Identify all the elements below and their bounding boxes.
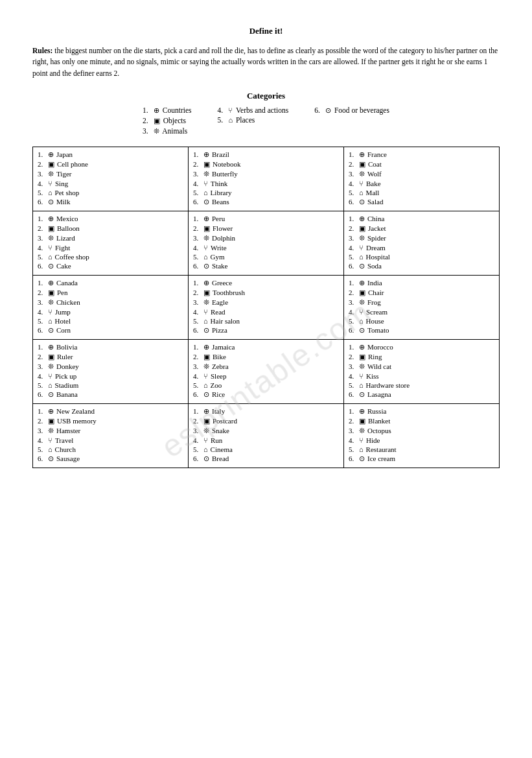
item-text: Cake: [56, 262, 71, 270]
item-text: Mall: [366, 189, 380, 196]
item-text: Salad: [367, 198, 383, 206]
item-number: 2.: [193, 160, 202, 168]
list-item: 5.⌂House: [349, 317, 494, 325]
verb-icon: ⑂: [48, 436, 52, 444]
item-text: Bike: [213, 353, 226, 361]
item-text: India: [367, 279, 382, 287]
item-number: 3.: [349, 234, 358, 242]
item-number: 1.: [38, 279, 47, 287]
list-item: 3.❊Dolphin: [193, 234, 339, 243]
item-text: Notebook: [213, 160, 240, 168]
item-number: 1.: [193, 150, 202, 158]
item-number: 3.: [193, 170, 202, 178]
item-number: 5.: [38, 317, 47, 325]
list-item: 1.⊕China: [349, 215, 494, 223]
globe-icon: ⊕: [203, 150, 209, 159]
food-icon: ⊙: [203, 262, 209, 270]
item-number: 1.: [193, 343, 202, 351]
list-item: 3.❊Hamster: [38, 427, 183, 435]
item-text: Coffee shop: [55, 253, 89, 261]
item-number: 5.: [349, 253, 358, 261]
item-text: Blanket: [368, 417, 390, 425]
animal-icon: ❊: [359, 170, 365, 178]
item-number: 6.: [193, 455, 202, 462]
item-number: 3.: [193, 427, 202, 434]
item-number: 2.: [193, 417, 202, 425]
item-number: 4.: [349, 180, 358, 187]
list-item: 6.⊙Bread: [193, 455, 339, 463]
item-number: 6.: [38, 198, 47, 206]
list-item: 3.❊Zebra: [193, 362, 339, 371]
grid-cell-5: 1.⊕Peru2.▣Flower3.❊Dolphin4.⑂Write5.⌂Gym…: [189, 211, 344, 276]
item-number: 3.: [38, 298, 47, 306]
list-item: 6.⊙Sausage: [38, 455, 183, 463]
list-item: 2.▣Cell phone: [38, 160, 183, 169]
verb-icon: ⑂: [359, 180, 364, 187]
grid-cell-12: 1.⊕Morocco2.▣Ring3.❊Wild cat4.⑂Kiss5.⌂Ha…: [344, 340, 500, 404]
verb-icon: ⑂: [359, 308, 364, 316]
animal-icon: ❊: [203, 362, 209, 371]
item-text: Read: [211, 308, 226, 316]
item-number: 2.: [193, 353, 202, 361]
list-item: 5.⌂Mall: [349, 189, 494, 196]
item-text: Jump: [55, 308, 71, 316]
list-item: 6.⊙Pizza: [193, 326, 339, 335]
item-text: House: [366, 317, 384, 325]
object-icon: ▣: [203, 224, 210, 233]
globe-icon: ⊕: [359, 407, 365, 416]
list-item: 6.⊙Rice: [193, 390, 339, 399]
animal-icon: ❊: [203, 427, 209, 435]
item-text: Morocco: [367, 343, 393, 351]
item-text: Zoo: [211, 381, 222, 389]
grid-cell-11: 1.⊕Jamaica2.▣Bike3.❊Zebra4.⑂Sleep5.⌂Zoo6…: [189, 340, 344, 404]
object-icon: ▣: [359, 353, 365, 361]
food-icon: ⊙: [48, 262, 54, 270]
item-text: Snake: [212, 427, 229, 434]
category-item-2: 2. ▣ Objects: [143, 117, 191, 125]
food-icon: ⊙: [359, 390, 365, 399]
item-text: Hide: [366, 436, 380, 444]
list-item: 1.⊕Peru: [193, 215, 339, 223]
item-text: Sausage: [56, 455, 80, 462]
list-item: 4.⑂Hide: [349, 436, 494, 444]
item-number: 2.: [349, 353, 358, 361]
object-icon: ▣: [48, 417, 54, 425]
item-number: 5.: [349, 317, 358, 325]
rules-section: Rules: the biggest number on the die sta…: [32, 45, 500, 79]
food-icon: ⊙: [359, 198, 365, 206]
globe-icon: ⊕: [203, 279, 209, 287]
list-item: 3.❊Wild cat: [349, 362, 494, 371]
list-item: 4.⑂Dream: [349, 244, 494, 252]
item-number: 2.: [38, 417, 47, 425]
item-number: 4.: [193, 372, 202, 380]
globe-icon: ⊕: [203, 215, 209, 223]
item-number: 3.: [38, 427, 47, 434]
item-text: Ring: [368, 353, 382, 361]
food-icon: ⊙: [359, 455, 365, 463]
list-item: 3.❊Spider: [349, 234, 494, 243]
list-item: 2.▣Bike: [193, 353, 339, 361]
item-number: 6.: [193, 390, 202, 398]
grid-cell-2: 1.⊕Brazil2.▣Notebook3.❊Butterfly4.⑂Think…: [189, 147, 344, 211]
item-text: Sleep: [211, 372, 226, 380]
list-item: 4.⑂Read: [193, 308, 339, 316]
item-number: 2.: [193, 289, 202, 296]
food-icon: ⊙: [48, 390, 54, 399]
item-number: 3.: [193, 362, 202, 370]
object-icon: ▣: [359, 224, 365, 233]
item-text: Soda: [367, 262, 382, 270]
item-text: Corn: [56, 326, 71, 334]
list-item: 1.⊕Greece: [193, 279, 339, 287]
object-icon: ▣: [203, 353, 210, 361]
item-text: Hair salon: [211, 317, 240, 325]
item-text: Flower: [213, 224, 233, 232]
list-item: 2.▣Notebook: [193, 160, 339, 169]
place-icon: ⌂: [203, 253, 208, 261]
list-item: 3.❊Lizard: [38, 234, 183, 243]
list-item: 1.⊕Jamaica: [193, 343, 339, 351]
category-item-5: 5. ⌂ Places: [218, 116, 289, 124]
rules-label: Rules:: [32, 47, 52, 54]
item-number: 6.: [349, 326, 358, 334]
list-item: 4.⑂Pick up: [38, 372, 183, 380]
list-item: 1.⊕Japan: [38, 150, 183, 159]
